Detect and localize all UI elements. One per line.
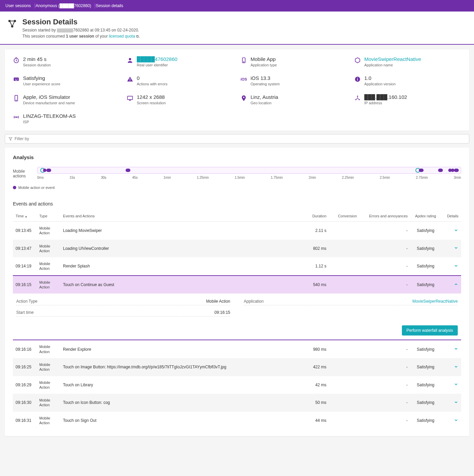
chevron-down-icon[interactable] <box>454 400 458 405</box>
cell-apdex: Satisfying <box>410 257 441 276</box>
cell-action: Touch on Sign Out <box>60 412 299 430</box>
table-row[interactable]: 09:16:16 MobileAction Render Explore 980… <box>13 340 461 358</box>
cell-type: MobileAction <box>37 222 60 240</box>
events-table: Time▲ Type Events and Actions Duration C… <box>13 211 461 429</box>
cell-conversion <box>329 222 360 240</box>
table-row[interactable]: 09:16:30 MobileAction Touch on Icon Butt… <box>13 394 461 412</box>
cell-errors: - <box>360 276 410 294</box>
chevron-up-icon[interactable] <box>454 282 458 287</box>
chevron-down-icon[interactable] <box>454 263 458 268</box>
col-time[interactable]: Time▲ <box>13 211 37 222</box>
table-row[interactable]: 09:13:45 MobileAction Loading MovieSwipe… <box>13 222 461 240</box>
timeline-tick: 3min <box>454 176 461 179</box>
cell-type: MobileAction <box>37 276 60 294</box>
table-row[interactable]: 09:16:31 MobileAction Touch on Sign Out … <box>13 412 461 430</box>
cell-details[interactable] <box>441 222 461 240</box>
cell-details[interactable] <box>441 358 461 376</box>
metric-value[interactable]: MovieSwiperReactNative <box>364 56 421 62</box>
session-icon <box>7 18 18 29</box>
col-conversion[interactable]: Conversion <box>329 211 360 222</box>
metric-screen-resolution: 1242 x 2688 Screen resolution <box>127 94 234 105</box>
svg-point-2 <box>11 25 14 28</box>
metric-value: ███.███.160.102 <box>364 94 407 100</box>
timeline-event[interactable] <box>419 169 424 172</box>
table-row[interactable]: 09:13:47 MobileAction Loading UIViewCont… <box>13 240 461 258</box>
metric-label: Actions with errors <box>137 82 167 86</box>
timeline-legend: Mobile action or event <box>13 186 461 190</box>
timeline-event[interactable] <box>43 169 46 172</box>
timeline-event[interactable] <box>454 169 459 172</box>
col-type[interactable]: Type <box>37 211 60 222</box>
cell-errors: - <box>360 222 410 240</box>
col-duration[interactable]: Duration <box>299 211 329 222</box>
cell-action: Touch on Continue as Guest <box>60 276 299 294</box>
detail-application: ApplicationMovieSwiperReactNative <box>244 298 458 305</box>
svg-point-18 <box>357 96 358 97</box>
events-title: Events and actions <box>13 201 461 207</box>
breadcrumb-item-sessions[interactable]: User sessions <box>4 3 34 9</box>
cell-apdex: Satisfying <box>410 394 441 412</box>
cell-details[interactable] <box>441 276 461 294</box>
metric-label: Operating system <box>251 82 280 86</box>
cell-duration: 422 ms <box>299 358 329 376</box>
cell-duration: 44 ms <box>299 412 329 430</box>
col-events-actions[interactable]: Events and Actions <box>60 211 299 222</box>
cell-duration: 802 ms <box>299 240 329 258</box>
timeline-track[interactable] <box>37 167 461 174</box>
chevron-down-icon[interactable] <box>454 228 458 233</box>
external-link-icon: ⧉ <box>136 34 139 38</box>
chevron-down-icon[interactable] <box>454 364 458 369</box>
cell-details[interactable] <box>441 376 461 394</box>
cell-type: MobileAction <box>37 412 60 430</box>
chevron-down-icon[interactable] <box>454 245 458 250</box>
metric-isp: LINZAG-TELEKOM-AS ISP <box>13 113 120 124</box>
cell-conversion <box>329 340 360 358</box>
metric-value[interactable]: █████47602860 <box>137 56 177 62</box>
perform-waterfall-button[interactable]: Perform waterfall analysis <box>402 325 458 336</box>
table-row[interactable]: 09:16:29 MobileAction Touch on Library 4… <box>13 376 461 394</box>
svg-point-9 <box>17 79 18 79</box>
table-row[interactable]: 09:14:19 MobileAction Render Splash 1.12… <box>13 257 461 276</box>
info-icon <box>354 76 361 83</box>
cell-time: 09:13:47 <box>13 240 37 258</box>
metric-label: Application type <box>251 63 277 67</box>
svg-point-21 <box>16 117 17 118</box>
chevron-down-icon[interactable] <box>454 418 458 423</box>
timeline-tick: 15s <box>69 176 75 179</box>
cell-errors: - <box>360 376 410 394</box>
chevron-down-icon[interactable] <box>454 382 458 387</box>
svg-point-6 <box>243 62 244 62</box>
col-errors[interactable]: Errors and annoyances <box>360 211 410 222</box>
timeline-event[interactable] <box>46 169 51 172</box>
table-row[interactable]: 09:16:25 MobileAction Touch on Image But… <box>13 358 461 376</box>
cell-details[interactable] <box>441 394 461 412</box>
cell-duration: 50 ms <box>299 394 329 412</box>
chevron-down-icon[interactable] <box>454 346 458 351</box>
clock-icon <box>13 57 20 64</box>
cell-details[interactable] <box>441 240 461 258</box>
cell-type: MobileAction <box>37 240 60 258</box>
filter-input[interactable] <box>15 136 466 141</box>
metric-value: iOS 13.3 <box>251 75 280 81</box>
timeline-event[interactable] <box>126 169 130 172</box>
cell-details[interactable] <box>441 340 461 358</box>
cell-details[interactable] <box>441 412 461 430</box>
network-icon <box>354 95 361 102</box>
breadcrumb-item-anonymous[interactable]: Anonymous (█████7602860) <box>34 3 94 9</box>
col-details[interactable]: Details <box>441 211 461 222</box>
col-apdex[interactable]: Apdex rating <box>410 211 441 222</box>
detail-app-link[interactable]: MovieSwiperReactNative <box>284 299 458 304</box>
licensed-quota-link[interactable]: licensed quota <box>109 34 135 39</box>
table-row[interactable]: 09:16:15 MobileAction Touch on Continue … <box>13 276 461 294</box>
metric-value: 0 <box>137 75 167 81</box>
breadcrumb-item-details[interactable]: Session details <box>94 3 127 9</box>
cell-conversion <box>329 257 360 276</box>
sort-asc-icon: ▲ <box>25 215 27 218</box>
metric-label: Screen resolution <box>137 101 166 105</box>
svg-rect-16 <box>128 96 133 100</box>
filter-bar[interactable] <box>5 134 469 144</box>
cell-details[interactable] <box>441 257 461 276</box>
timeline-row-label: Mobile actions <box>13 167 33 178</box>
mobile-icon <box>240 57 247 64</box>
timeline-event[interactable] <box>438 169 443 172</box>
